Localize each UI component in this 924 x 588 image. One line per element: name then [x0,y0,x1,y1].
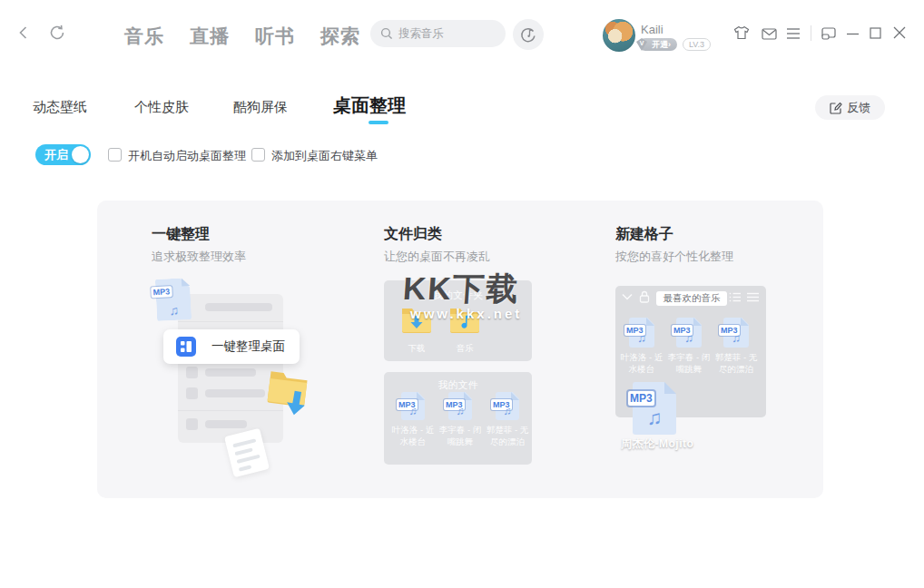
mp3-file-icon: MP3 ♫ [496,392,519,420]
toggle-knob [72,146,89,163]
mp3-file-icon: MP3 ♫ [401,392,425,420]
file-label: 李宇春 - 闭嘴跳舞 [437,425,483,448]
main-menu-button[interactable] [786,27,801,40]
menu-lines-icon[interactable] [747,292,759,302]
menu-divider [178,321,283,322]
music-recognition-icon [519,25,537,44]
nav-tab-music[interactable]: 音乐 [124,24,164,49]
mp3-badge: MP3 [151,286,172,298]
music-note-icon: ♫ [629,331,654,345]
context-menu-checkbox[interactable] [251,148,265,162]
menu-square [186,387,198,399]
back-button[interactable] [15,24,32,41]
music-folder-label: 音乐 [446,343,484,355]
file-label: 郭楚菲 - 无尽的漂泊 [713,352,759,376]
vip-upgrade-label: 开通› [652,39,671,51]
tab-desktop-organizer[interactable]: 桌面整理 [333,93,406,118]
main-nav: 音乐 直播 听书 探索 [124,24,360,49]
close-button[interactable] [893,26,906,39]
mp3-file-icon: MP3 ♫ [676,318,702,348]
files-panel-header: 我的文件 [384,378,532,392]
mp3-file-icon: MP3 ♫ [448,392,472,420]
level-badge: LV.3 [683,38,711,51]
refresh-button[interactable] [48,24,66,42]
kugou-desktop-organizer-window: 音乐 直播 听书 探索 搜索音乐 Kaili V 开通› LV.3 [0,0,924,588]
mp3-file-icon: MP3 ♫ [155,278,192,321]
tab-dynamic-wallpaper[interactable]: 动态壁纸 [33,99,87,116]
mini-mode-button[interactable] [821,27,836,40]
section-grid-title: 新建格子 [615,225,673,244]
hamburger-menu-icon [786,27,801,40]
messages-button[interactable] [762,28,777,40]
minimize-button[interactable] [847,33,859,35]
menu-bar [205,303,272,311]
watermark-title: KK下载 [401,268,521,310]
one-key-organize-button[interactable]: 一键整理桌面 [163,329,300,364]
edit-pencil-icon [830,102,842,114]
autostart-checkbox[interactable] [108,148,122,162]
one-key-organize-label: 一键整理桌面 [211,338,285,355]
enable-toggle-label: 开启 [44,147,68,163]
list-view-icon[interactable] [729,292,741,302]
nav-tab-explore[interactable]: 探索 [320,24,360,49]
envelope-icon [762,28,777,40]
svg-text:V: V [640,40,644,46]
section-grid-subtitle: 按您的喜好个性化整理 [615,249,733,265]
tab-kugou-screensaver[interactable]: 酷狗屏保 [233,99,288,116]
feedback-label: 反馈 [847,100,870,116]
maximize-icon [870,27,881,39]
file-label: 郭楚菲 - 无尽的漂泊 [485,425,530,448]
autostart-label[interactable]: 开机自动启动桌面整理 [128,148,246,164]
music-note-icon: ♫ [633,407,676,430]
menu-divider [178,410,283,411]
user-badges: V 开通› LV.3 [639,38,711,51]
tshirt-icon [733,25,750,40]
search-input[interactable]: 搜索音乐 [370,20,506,47]
tab-personal-skin[interactable]: 个性皮肤 [134,99,189,116]
section-classify-subtitle: 让您的桌面不再凌乱 [384,249,490,265]
grid-name-pill[interactable]: 最喜欢的音乐 [656,291,727,306]
titlebar-separator [811,25,811,41]
enable-toggle[interactable]: 开启 [35,144,91,165]
music-note-icon: ♫ [156,302,192,318]
music-recognition-button[interactable] [513,19,544,50]
chevron-down-icon[interactable] [622,293,633,300]
user-name[interactable]: Kaili [641,23,664,36]
menu-bar [205,389,265,397]
close-icon [893,26,906,39]
vip-gem-icon: V [634,37,649,52]
grid-layout-icon [176,337,196,357]
nav-tab-audiobook[interactable]: 听书 [255,24,295,49]
music-note-icon: ♫ [401,405,425,417]
nav-tab-live[interactable]: 直播 [190,24,230,49]
dragged-file-label: 周杰伦-Mojito [621,436,693,452]
mini-player-icon [821,27,836,40]
menu-square [186,418,198,430]
user-avatar[interactable] [603,19,635,52]
search-icon [380,27,393,40]
vip-upgrade-badge[interactable]: V 开通› [639,38,677,51]
menu-bar [205,368,256,377]
section-one-key-subtitle: 追求极致整理效率 [152,249,246,265]
section-classify-title: 文件归类 [384,225,442,244]
watermark-url: www.kkx.net [410,306,522,321]
mp3-file-icon: MP3 ♫ [723,318,749,348]
feedback-button[interactable]: 反馈 [815,95,885,120]
context-menu-label[interactable]: 添加到桌面右键菜单 [271,148,378,164]
menu-square [186,367,198,378]
dragged-mp3-file-icon[interactable]: MP3 ♫ [633,382,676,435]
download-arrow-icon [282,388,310,419]
music-note-icon: ♫ [448,405,472,417]
lock-icon[interactable] [639,290,650,303]
search-placeholder: 搜索音乐 [398,26,444,42]
active-tab-indicator [369,121,388,124]
download-folder-label: 下载 [398,343,436,355]
file-label: 叶洛洛 - 近水楼台 [390,425,436,448]
section-one-key-title: 一键整理 [152,225,210,244]
maximize-button[interactable] [870,27,881,39]
mp3-file-icon: MP3 ♫ [629,318,654,348]
music-note-icon: ♫ [723,331,749,345]
music-note-icon: ♫ [676,331,702,345]
skin-theme-button[interactable] [733,25,750,40]
context-menu-illustration [178,294,283,443]
